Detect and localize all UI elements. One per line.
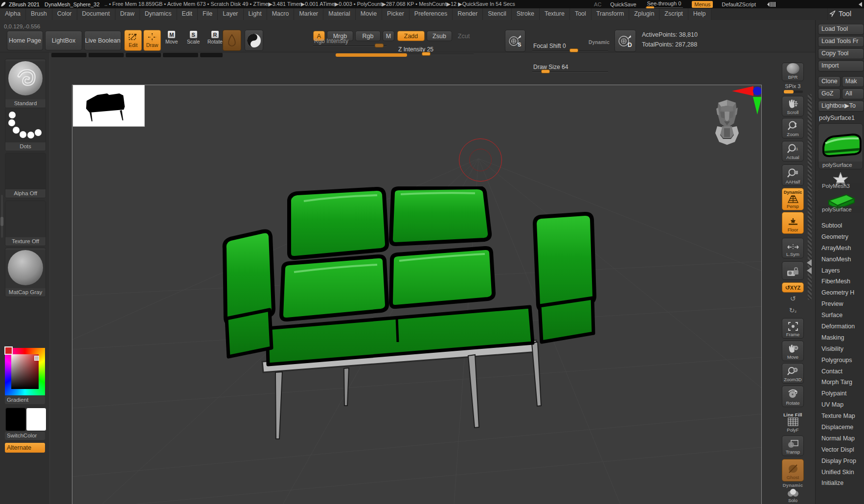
- dynamic-label[interactable]: Dynamic: [589, 40, 610, 45]
- tool-section-row[interactable]: Display Prop: [815, 456, 864, 467]
- menu-item[interactable]: Stroke: [512, 8, 539, 20]
- zsub-toggle[interactable]: Zsub: [427, 31, 452, 41]
- tool-section-row[interactable]: Polygroups: [815, 355, 864, 366]
- menu-item[interactable]: Marker: [294, 8, 323, 20]
- material-selector[interactable]: MatCap Gray: [5, 248, 46, 297]
- x-axis-cone[interactable]: [732, 86, 753, 96]
- quicksave-button[interactable]: QuickSave: [610, 1, 636, 7]
- menu-item[interactable]: Layer: [218, 8, 243, 20]
- rotate-z-icon[interactable]: ↻z: [782, 306, 804, 314]
- camera-lock-button[interactable]: [782, 261, 804, 280]
- make-polymesh-button[interactable]: Mak: [842, 76, 864, 87]
- tool-panel-button[interactable]: Import: [818, 61, 864, 71]
- menus-button[interactable]: Menus: [692, 1, 713, 8]
- scroll-arrow-icon[interactable]: [807, 259, 812, 266]
- current-color-swatch[interactable]: [4, 346, 13, 355]
- tool-section-row[interactable]: Texture Map: [815, 411, 864, 422]
- lightbox-thumbnail[interactable]: [73, 85, 145, 127]
- move-view-button[interactable]: Move: [782, 341, 804, 361]
- document-canvas[interactable]: [72, 85, 762, 504]
- rgb-intensity-slider[interactable]: Rgb Intensity: [313, 38, 387, 46]
- menu-item[interactable]: Picker: [382, 8, 409, 20]
- tool-panel-button[interactable]: Load Tool: [818, 24, 864, 35]
- menu-item[interactable]: Movie: [356, 8, 382, 20]
- current-material-thumbnail[interactable]: [245, 30, 263, 51]
- tool-section-row[interactable]: Unified Skin: [815, 467, 864, 478]
- active-tool-thumbnail[interactable]: polySurface: [818, 123, 863, 169]
- tool-section-row[interactable]: Geometry H: [815, 287, 864, 298]
- bpr-button[interactable]: BPR: [782, 63, 804, 81]
- zadd-toggle[interactable]: Zadd: [397, 31, 425, 41]
- color-picker[interactable]: [5, 348, 45, 395]
- collapse-arrow-icon[interactable]: [857, 1, 863, 7]
- menu-item[interactable]: Texture: [540, 8, 569, 20]
- tool-section-row[interactable]: Polypaint: [815, 388, 864, 399]
- scroll-arrow-icon[interactable]: [807, 267, 812, 274]
- menu-item[interactable]: Macro: [267, 8, 294, 20]
- switchcolor-button[interactable]: SwitchColor: [5, 432, 45, 440]
- transp-button[interactable]: Transp: [782, 435, 804, 456]
- menu-item[interactable]: Alpha: [0, 8, 25, 20]
- menu-item[interactable]: Transform: [591, 8, 629, 20]
- stroke-selector[interactable]: Dots: [5, 108, 46, 151]
- menu-item[interactable]: Brush: [26, 8, 52, 20]
- tool-section-row[interactable]: Subtool: [815, 220, 864, 231]
- y-axis-cone[interactable]: [753, 97, 762, 115]
- zcut-toggle[interactable]: Zcut: [454, 31, 474, 41]
- scale-button[interactable]: S Scale: [187, 31, 200, 45]
- tool-section-row[interactable]: Surface: [815, 310, 864, 321]
- horizontal-scrollbar[interactable]: [336, 53, 407, 57]
- brush-selector[interactable]: Standard: [5, 59, 46, 108]
- aahalf-button[interactable]: AAHalf: [782, 164, 804, 186]
- rotate-button[interactable]: R Rotate: [207, 31, 223, 45]
- texture-selector[interactable]: Texture Off: [5, 201, 46, 246]
- tool-section-row[interactable]: Morph Targ: [815, 377, 864, 388]
- default-zscript-button[interactable]: DefaultZScript: [722, 1, 756, 7]
- tool-section-row[interactable]: Masking: [815, 332, 864, 344]
- alpha-selector[interactable]: Alpha Off: [5, 153, 46, 198]
- tool-section-row[interactable]: Vector Displ: [815, 444, 864, 456]
- tool-section-row[interactable]: Geometry: [815, 231, 864, 243]
- tool-panel-button[interactable]: Load Tools Fr: [818, 36, 864, 47]
- spix-slider-nub[interactable]: [784, 90, 794, 93]
- menu-item[interactable]: Document: [77, 8, 115, 20]
- edit-button[interactable]: Edit: [124, 30, 142, 51]
- xyz-rotation-button[interactable]: ↺XYZ: [782, 282, 804, 293]
- zoom3d-button[interactable]: Zoom3D: [782, 363, 804, 384]
- menu-item[interactable]: File: [198, 8, 217, 20]
- tool-section-row[interactable]: Displaceme: [815, 422, 864, 433]
- secondary-color-swatch[interactable]: [26, 408, 46, 431]
- tool-section-row[interactable]: Visibility: [815, 344, 864, 355]
- stroke-size-button[interactable]: S: [505, 30, 525, 52]
- alternate-button[interactable]: Alternate: [5, 443, 45, 453]
- menu-item[interactable]: Tool: [570, 8, 591, 20]
- menu-item[interactable]: Edit: [177, 8, 198, 20]
- menu-item[interactable]: Dynamics: [140, 8, 177, 20]
- tool-section-row[interactable]: UV Map: [815, 399, 864, 411]
- picker-cursor[interactable]: [34, 356, 39, 361]
- menu-item[interactable]: Render: [453, 8, 482, 20]
- scroll-button[interactable]: Scroll: [782, 96, 804, 116]
- tool-panel-button[interactable]: Copy Tool: [818, 48, 864, 59]
- actual-button[interactable]: x1 Actual: [782, 141, 804, 161]
- persp-button[interactable]: Dynamic Persp: [782, 188, 804, 210]
- polyf-button[interactable]: PolyF: [782, 417, 804, 434]
- spix-slider-label[interactable]: SPix 3: [782, 83, 804, 89]
- menu-item[interactable]: Help: [688, 8, 711, 20]
- goz-button[interactable]: GoZ: [818, 89, 841, 99]
- polymesh3d-thumbnail[interactable]: PolyMesh3: [818, 171, 863, 190]
- home-page-button[interactable]: Home Page: [7, 31, 43, 50]
- z-axis-dot[interactable]: [753, 87, 762, 95]
- tool-section-row[interactable]: ArrayMesh: [815, 243, 864, 254]
- menu-item[interactable]: Preferences: [409, 8, 452, 20]
- floor-button[interactable]: Floor: [782, 212, 804, 234]
- tool-section-row[interactable]: Normal Map: [815, 433, 864, 444]
- gradient-label[interactable]: Gradient: [5, 396, 45, 404]
- live-boolean-button[interactable]: Live Boolean: [84, 31, 121, 50]
- rotate-view-button[interactable]: Rotate: [782, 386, 804, 407]
- zoom-button[interactable]: Zoom: [782, 118, 804, 138]
- z-intensity-slider[interactable]: Z Intensity 25: [397, 46, 474, 54]
- ghost-button[interactable]: Ghost: [782, 459, 804, 481]
- menu-item[interactable]: Zscript: [659, 8, 688, 20]
- menu-item[interactable]: Material: [323, 8, 355, 20]
